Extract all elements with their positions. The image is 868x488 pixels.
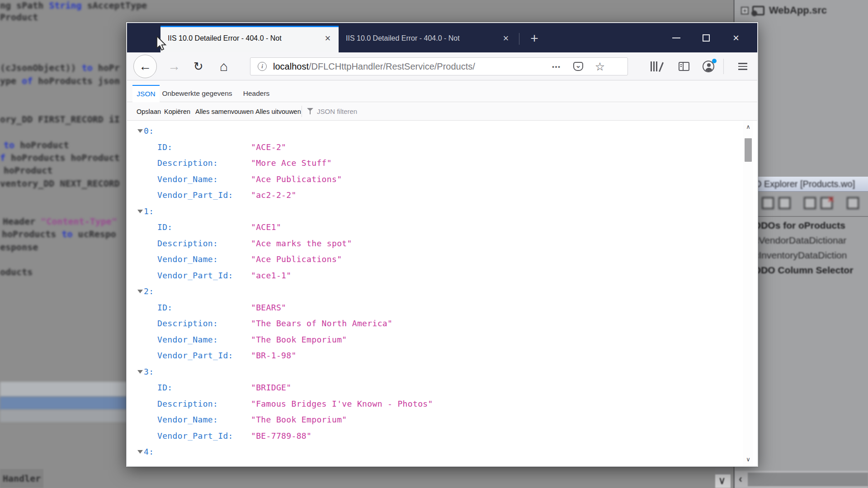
library-icon[interactable] bbox=[647, 52, 665, 80]
page-actions-icon[interactable]: ••• bbox=[547, 52, 566, 80]
json-entry-index: 3: bbox=[144, 364, 154, 380]
expand-plus-icon[interactable]: + bbox=[741, 7, 749, 14]
workspace-tree-node[interactable]: + WebApp.src bbox=[741, 3, 827, 18]
code-line: f hoProducts hoProduct bbox=[0, 152, 120, 163]
json-entry-index: 1: bbox=[144, 203, 154, 220]
json-key: ID: bbox=[157, 219, 173, 235]
code-line: (cJsonObject)) to hoPr bbox=[0, 62, 120, 73]
expand-all-button[interactable]: Alles uitvouwen bbox=[255, 102, 301, 121]
json-field-row: Vendor_Part_Id:"ac2-2-2" bbox=[127, 187, 742, 203]
json-field-row: Vendor_Name:"Ace Publications" bbox=[127, 251, 742, 267]
maximize-icon bbox=[703, 34, 710, 42]
scrollbar-thumb[interactable] bbox=[715, 468, 731, 474]
back-button[interactable]: ← bbox=[133, 55, 157, 78]
json-field-row: Vendor_Part_Id:"BR-1-98" bbox=[127, 347, 742, 364]
json-entry-index: 2: bbox=[144, 283, 154, 300]
code-line: hoProduct bbox=[4, 165, 52, 176]
json-value: "BEARS" bbox=[251, 300, 286, 316]
explorer-tool-icon[interactable] bbox=[778, 197, 791, 209]
json-field-row: ID:"BEARS" bbox=[127, 300, 742, 316]
tab-title: IIS 10.0 Detailed Error - 404.0 - Not bbox=[168, 34, 317, 42]
json-value: "More Ace Stuff" bbox=[251, 155, 332, 171]
tab-title-fade bbox=[302, 31, 321, 47]
code-line: esponse bbox=[0, 242, 38, 253]
browser-navbar: ← → ↻ ⌂ i localhost/DFLCHttpHandler/Rest… bbox=[127, 52, 757, 80]
json-field-row: Description:"More Ace Stuff" bbox=[127, 155, 742, 171]
json-key: Vendor_Part_Id: bbox=[157, 428, 233, 444]
tab-title-fade bbox=[481, 31, 500, 47]
code-line: ype of hoProducts json bbox=[0, 75, 120, 86]
save-button[interactable]: Opslaan bbox=[137, 102, 161, 121]
scroll-up-icon[interactable]: ∧ bbox=[743, 122, 753, 132]
code-line: ory_DD FIRST_RECORD iI bbox=[0, 114, 120, 125]
tree-item-label: DDO Column Selector bbox=[754, 265, 853, 276]
explorer-add-icon[interactable] bbox=[847, 197, 859, 209]
browser-tab-1[interactable]: IIS 10.0 Detailed Error - 404.0 - Not × bbox=[160, 26, 339, 52]
json-field-row: Description:"Famous Bridges I've Known -… bbox=[127, 396, 742, 412]
reload-button[interactable]: ↻ bbox=[189, 52, 208, 80]
sidebar-icon[interactable] bbox=[675, 52, 693, 80]
browser-tab-2[interactable]: IIS 10.0 Detailed Error - 404.0 - Not × bbox=[339, 26, 517, 52]
collapse-triangle-icon[interactable] bbox=[137, 129, 143, 133]
new-tab-button[interactable]: + bbox=[525, 29, 544, 48]
json-field-row: Vendor_Name:"The Book Emporium" bbox=[127, 412, 742, 428]
json-value: "The Book Emporium" bbox=[251, 412, 347, 428]
scrollbar-thumb[interactable] bbox=[745, 138, 752, 162]
scroll-left-icon[interactable]: ‹ bbox=[739, 473, 742, 485]
maximize-button[interactable] bbox=[691, 23, 721, 52]
editor-bottom-tab[interactable]: Handler bbox=[0, 469, 43, 488]
code-line: ventory_DD NEXT_RECORD bbox=[0, 178, 120, 189]
account-icon[interactable] bbox=[699, 52, 717, 80]
viewer-tab-onbewerkte-gegevens[interactable]: Onbewerkte gegevens bbox=[160, 85, 234, 102]
json-key: ID: bbox=[157, 139, 173, 155]
scroll-down-icon[interactable]: ∨ bbox=[743, 454, 753, 465]
home-button[interactable]: ⌂ bbox=[214, 52, 234, 80]
tab-close-icon[interactable]: × bbox=[500, 33, 512, 45]
json-key: Vendor_Part_Id: bbox=[157, 267, 233, 284]
editor-bottom-tab-label: Handler bbox=[3, 473, 41, 484]
panel-horizontal-scrollbar[interactable]: ‹ bbox=[735, 471, 868, 488]
json-value: "Ace marks the spot" bbox=[251, 235, 352, 252]
close-button[interactable]: × bbox=[721, 23, 751, 52]
filter-icon bbox=[307, 108, 313, 114]
scroll-down-icon[interactable]: ∨ bbox=[718, 475, 726, 487]
json-key: Description: bbox=[157, 155, 218, 171]
json-field-row: ID:"ACE-2" bbox=[127, 139, 742, 155]
screen: ng sPath String sAcceptTypeProduct(cJson… bbox=[0, 0, 868, 488]
json-entry-header: 3: bbox=[127, 364, 742, 380]
browser-tabbar: IIS 10.0 Detailed Error - 404.0 - Not × … bbox=[127, 23, 757, 52]
content-scrollbar[interactable]: ∧ ∨ bbox=[743, 121, 753, 466]
json-key: Vendor_Name: bbox=[157, 332, 218, 348]
viewer-tab-json[interactable]: JSON bbox=[132, 85, 160, 102]
pocket-icon[interactable]: ⌄ bbox=[570, 52, 586, 80]
collapse-triangle-icon[interactable] bbox=[137, 210, 143, 213]
scrollbar-thumb[interactable] bbox=[748, 473, 868, 486]
editor-selected-row bbox=[0, 397, 144, 410]
site-info-icon[interactable]: i bbox=[258, 62, 267, 71]
browser-window: IIS 10.0 Detailed Error - 404.0 - Not × … bbox=[126, 22, 758, 467]
explorer-tool-icon[interactable] bbox=[804, 197, 816, 209]
minimize-button[interactable] bbox=[661, 23, 691, 52]
bookmark-star-icon[interactable]: ☆ bbox=[592, 52, 608, 80]
code-line: oducts bbox=[0, 267, 33, 277]
json-entry-index: 0: bbox=[144, 123, 154, 139]
json-viewer-toolbar: Opslaan Kopiëren Alles samenvouwen Alles… bbox=[127, 102, 757, 121]
json-entry-header: 2: bbox=[127, 283, 742, 300]
collapse-triangle-icon[interactable] bbox=[137, 370, 143, 374]
explorer-remove-icon[interactable] bbox=[821, 197, 833, 209]
collapse-all-button[interactable]: Alles samenvouwen bbox=[195, 102, 254, 121]
forward-button[interactable]: → bbox=[165, 52, 183, 80]
viewer-tab-headers[interactable]: Headers bbox=[240, 85, 273, 102]
code-line: Header "Content-Type" bbox=[3, 216, 117, 227]
json-filter-input[interactable]: JSON filteren bbox=[317, 102, 357, 121]
collapse-triangle-icon[interactable] bbox=[137, 450, 143, 454]
menu-icon[interactable] bbox=[733, 52, 753, 80]
editor-vertical-scrollbar[interactable]: ∨ bbox=[715, 468, 731, 488]
explorer-tool-icon[interactable] bbox=[762, 197, 774, 209]
url-text: localhost/DFLCHttpHandler/RestService/Pr… bbox=[273, 61, 475, 72]
copy-button[interactable]: Kopiëren bbox=[164, 102, 190, 121]
tab-close-icon[interactable]: × bbox=[321, 33, 334, 45]
json-viewer-tabbar: JSONOnbewerkte gegevensHeaders bbox=[127, 80, 757, 102]
json-value: "BRIDGE" bbox=[251, 380, 292, 396]
collapse-triangle-icon[interactable] bbox=[137, 290, 143, 293]
